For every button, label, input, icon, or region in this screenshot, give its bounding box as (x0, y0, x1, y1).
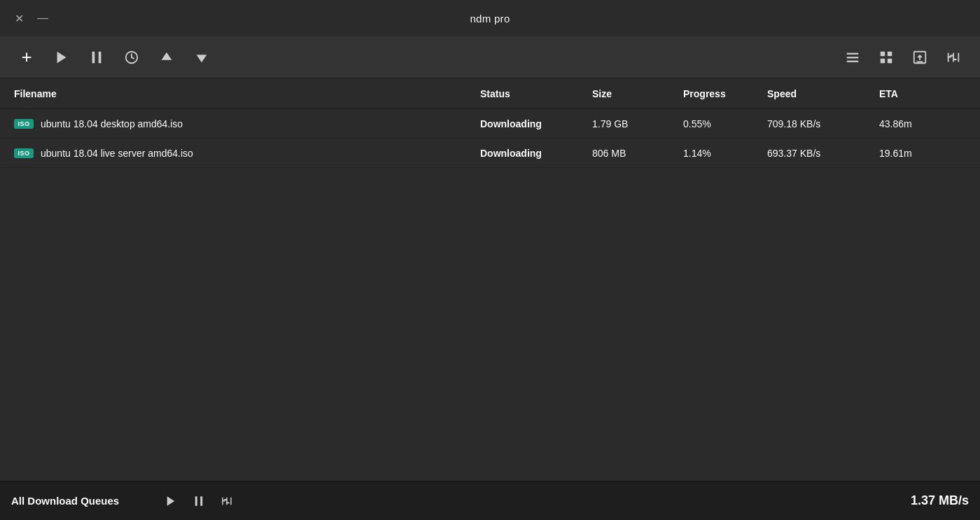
iso-badge: ISO (14, 148, 34, 158)
play-button[interactable] (46, 42, 77, 73)
bottom-bar: All Download Queues 1.37 MB/s (0, 481, 980, 520)
table-header: Filename Status Size Progress Speed ETA (0, 78, 980, 109)
speed-cell: 693.37 KB/s (762, 148, 874, 159)
header-status: Status (475, 88, 587, 99)
header-eta: ETA (874, 88, 958, 99)
app-title: ndm pro (470, 13, 510, 24)
table-row[interactable]: ISO ubuntu 18.04 live server amd64.iso D… (0, 139, 980, 168)
svg-rect-6 (847, 52, 859, 54)
filename-cell: ISO ubuntu 18.04 live server amd64.iso (8, 148, 475, 159)
close-button[interactable]: ✕ (11, 10, 27, 26)
eta-cell: 43.86m (874, 118, 958, 129)
clock-icon (124, 50, 139, 65)
queue-label: All Download Queues (11, 495, 144, 507)
bottom-pause-button[interactable] (186, 489, 211, 514)
list-view-button[interactable] (837, 42, 868, 73)
bottom-play-button[interactable] (158, 489, 183, 514)
toolbar: + (0, 36, 980, 78)
toolbar-left: + (11, 42, 837, 73)
svg-rect-20 (958, 52, 959, 62)
svg-marker-0 (57, 51, 66, 63)
filename-text: ubuntu 18.04 desktop amd64.iso (41, 118, 183, 129)
svg-rect-9 (881, 51, 885, 55)
progress-cell: 1.14% (678, 148, 762, 159)
svg-rect-18 (953, 52, 954, 62)
size-cell: 1.79 GB (587, 118, 678, 129)
svg-rect-8 (847, 60, 859, 62)
arrow-down-icon (194, 50, 209, 65)
bottom-play-icon (164, 495, 177, 507)
svg-marker-5 (197, 55, 207, 62)
progress-cell: 0.55% (678, 118, 762, 129)
move-up-button[interactable] (151, 42, 182, 73)
move-down-button[interactable] (186, 42, 217, 73)
filter-button[interactable] (938, 42, 969, 73)
header-size: Size (587, 88, 678, 99)
grid-view-icon (878, 50, 894, 65)
svg-rect-12 (888, 58, 892, 62)
iso-badge: ISO (14, 119, 34, 129)
filename-cell: ISO ubuntu 18.04 desktop amd64.iso (8, 118, 475, 129)
export-button[interactable] (904, 42, 935, 73)
svg-marker-4 (162, 52, 172, 59)
svg-rect-1 (92, 51, 95, 63)
speed-cell: 709.18 KB/s (762, 118, 874, 129)
svg-rect-30 (224, 499, 227, 500)
arrow-up-icon (159, 50, 174, 65)
svg-rect-7 (847, 57, 859, 58)
svg-rect-19 (953, 58, 957, 59)
table-body: ISO ubuntu 18.04 desktop amd64.iso Downl… (0, 109, 980, 481)
svg-rect-23 (195, 496, 197, 506)
svg-rect-29 (230, 497, 232, 505)
pause-button[interactable] (81, 42, 112, 73)
svg-marker-22 (167, 496, 175, 506)
status-cell: Downloading (475, 148, 587, 159)
header-filename: Filename (8, 88, 475, 99)
pause-icon (89, 50, 104, 65)
bottom-sliders-icon (220, 495, 233, 507)
svg-rect-27 (226, 497, 227, 505)
header-speed: Speed (762, 88, 874, 99)
export-icon (912, 50, 927, 65)
grid-view-button[interactable] (871, 42, 902, 73)
list-view-icon (845, 50, 860, 65)
svg-rect-28 (226, 502, 230, 503)
filename-text: ubuntu 18.04 live server amd64.iso (41, 148, 193, 159)
add-download-button[interactable]: + (11, 42, 42, 73)
play-icon (54, 50, 69, 65)
status-cell: Downloading (475, 118, 587, 129)
svg-rect-2 (99, 51, 102, 63)
schedule-button[interactable] (116, 42, 147, 73)
svg-rect-24 (200, 496, 202, 506)
eta-cell: 19.61m (874, 148, 958, 159)
window-controls: ✕ — (11, 10, 50, 26)
total-speed: 1.37 MB/s (911, 493, 969, 508)
size-cell: 806 MB (587, 148, 678, 159)
svg-rect-11 (881, 58, 885, 62)
bottom-pause-icon (192, 495, 205, 507)
bottom-controls (158, 489, 239, 514)
toolbar-right (837, 42, 969, 73)
minimize-button[interactable]: — (35, 10, 50, 26)
svg-rect-21 (950, 55, 954, 56)
table-row[interactable]: ISO ubuntu 18.04 desktop amd64.iso Downl… (0, 109, 980, 139)
sliders-icon (946, 50, 961, 65)
header-progress: Progress (678, 88, 762, 99)
bottom-filter-button[interactable] (214, 489, 239, 514)
svg-rect-10 (888, 51, 892, 55)
title-bar: ✕ — ndm pro (0, 0, 980, 36)
